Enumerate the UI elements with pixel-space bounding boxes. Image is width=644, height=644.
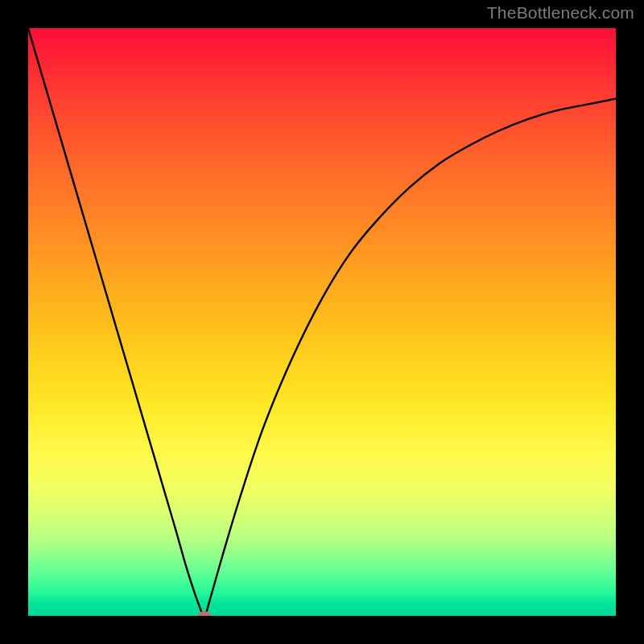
minimum-marker — [198, 611, 211, 616]
plot-area — [28, 28, 616, 616]
curve-path — [28, 28, 616, 616]
watermark-text: TheBottleneck.com — [487, 3, 634, 23]
chart-frame: TheBottleneck.com — [0, 0, 644, 644]
bottleneck-curve — [28, 28, 616, 616]
